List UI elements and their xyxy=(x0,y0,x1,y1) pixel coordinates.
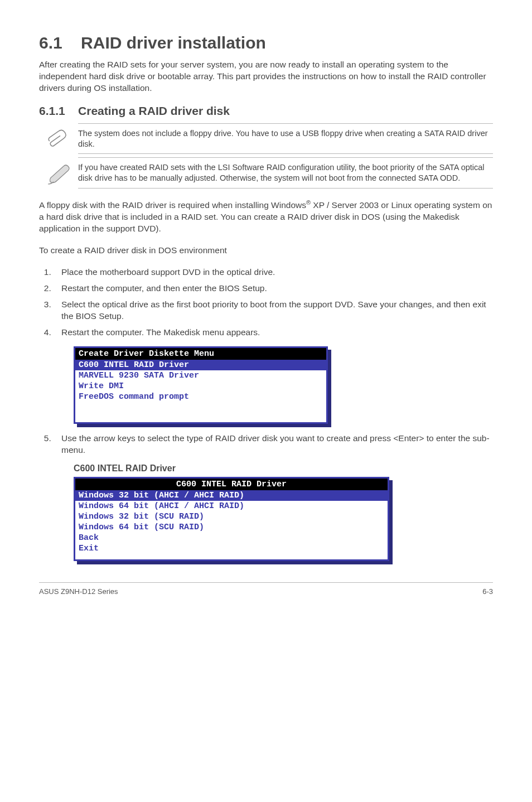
step-3: Select the optical drive as the first bo… xyxy=(54,299,493,322)
footer-page-number: 6-3 xyxy=(482,587,493,596)
footer-product: ASUS Z9NH-D12 Series xyxy=(39,587,118,596)
steps-list-cont: Use the arrow keys to select the type of… xyxy=(39,433,493,456)
paragraph-dos-intro: To create a RAID driver disk in DOS envi… xyxy=(39,245,493,257)
page-footer: ASUS Z9NH-D12 Series 6-3 xyxy=(39,582,493,596)
subsection-number: 6.1.1 xyxy=(39,104,65,117)
step-1: Place the motherboard support DVD in the… xyxy=(54,267,493,278)
menu2-option-1: Windows 64 bit (AHCI / AHCI RAID) xyxy=(75,501,388,511)
menu2-option-5: Exit xyxy=(75,543,388,554)
menu2-header: C600 INTEL RAID Driver xyxy=(75,479,388,490)
note-block-2: If you have created RAID sets with the L… xyxy=(39,157,493,189)
menu1-selected: C600 INTEL RAID Driver xyxy=(75,360,326,370)
steps-list: Place the motherboard support DVD in the… xyxy=(39,267,493,339)
note-icon-paperclip xyxy=(39,123,78,150)
driver-menu: C600 INTEL RAID Driver Windows 32 bit (A… xyxy=(74,477,389,561)
paragraph-floppy: A floppy disk with the RAID driver is re… xyxy=(39,199,493,235)
menu1-option-2: Write DMI xyxy=(75,381,326,392)
note-icon-pen xyxy=(39,157,78,186)
note-text-2: If you have created RAID sets with the L… xyxy=(78,157,493,189)
note-block-1: The system does not include a floppy dri… xyxy=(39,123,493,154)
menu2-option-3: Windows 64 bit (SCU RAID) xyxy=(75,522,388,533)
step-2: Restart the computer, and then enter the… xyxy=(54,283,493,294)
menu2-option-2: Windows 32 bit (SCU RAID) xyxy=(75,511,388,522)
subsection-title-text: Creating a RAID driver disk xyxy=(78,104,230,117)
menu2-selected: Windows 32 bit (AHCI / AHCI RAID) xyxy=(75,490,388,501)
makedisk-menu: Create Driver Diskette Menu C600 INTEL R… xyxy=(74,346,328,424)
step-4: Restart the computer. The Makedisk menu … xyxy=(54,327,493,339)
subsection-heading: 6.1.1 Creating a RAID driver disk xyxy=(39,104,493,118)
note-text-1: The system does not include a floppy dri… xyxy=(78,123,493,154)
menu1-option-1: MARVELL 9230 SATA Driver xyxy=(75,370,326,381)
menu1-header: Create Driver Diskette Menu xyxy=(75,348,326,360)
section-title-text: RAID driver installation xyxy=(81,33,266,52)
menu1-option-3: FreeDOS command prompt xyxy=(75,392,326,402)
section-number: 6.1 xyxy=(39,33,62,52)
step-5: Use the arrow keys to select the type of… xyxy=(54,433,493,456)
driver-heading: C600 INTEL RAID Driver xyxy=(74,463,493,474)
section-heading: 6.1 RAID driver installation xyxy=(39,33,493,52)
para2-pre: A floppy disk with the RAID driver is re… xyxy=(39,200,306,210)
intro-paragraph: After creating the RAID sets for your se… xyxy=(39,59,493,94)
registered-mark: ® xyxy=(306,199,311,206)
menu2-option-4: Back xyxy=(75,533,388,543)
